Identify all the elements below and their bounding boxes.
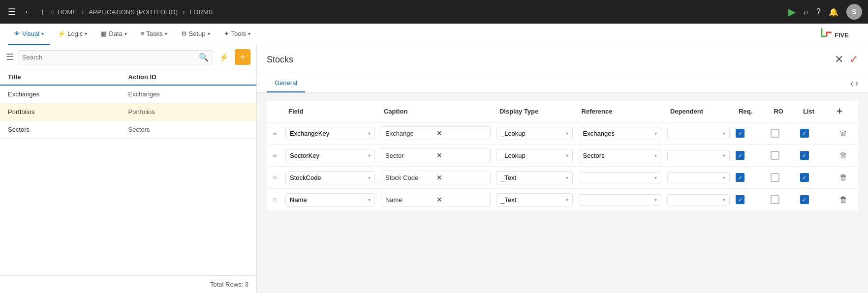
caption-cell: Name ✕	[378, 189, 494, 211]
nav-setup[interactable]: ⚙ Setup ▾	[175, 24, 216, 45]
nav-data-label: Data	[109, 30, 122, 37]
breadcrumb-home[interactable]: HOME	[58, 8, 77, 16]
drag-handle[interactable]: ≡	[267, 189, 282, 211]
list-header: Title Action ID	[0, 69, 256, 86]
field-cell: SectorKey ▾	[282, 145, 378, 167]
delete-row-1[interactable]: 🗑	[829, 122, 858, 145]
list-checkbox-4[interactable]: ✓	[800, 195, 809, 204]
breadcrumb-applications[interactable]: APPLICATIONS (PORTFOLIO)	[89, 8, 178, 16]
nav-data[interactable]: ▦ Data ▾	[95, 24, 132, 45]
avatar[interactable]: S	[846, 4, 862, 20]
dependent-select-4[interactable]: ▾	[667, 194, 730, 205]
req-checkbox-4[interactable]: ✓	[736, 195, 744, 204]
save-button[interactable]: ✓	[849, 53, 858, 66]
reference-cell: ▾	[576, 167, 664, 189]
search-input[interactable]	[22, 54, 196, 61]
drag-handle[interactable]: ≡	[267, 145, 282, 167]
list-checkbox-3[interactable]: ✓	[800, 173, 809, 182]
drag-handle[interactable]: ≡	[267, 167, 282, 189]
caption-input-sector[interactable]: Sector ✕	[381, 148, 491, 162]
next-arrow[interactable]: ›	[855, 78, 858, 88]
list-cell: ✓	[797, 122, 829, 145]
reference-value: Sectors	[583, 152, 605, 159]
add-row-button[interactable]: +	[835, 104, 844, 118]
display-type-cell: _Lookup ▾	[494, 145, 576, 167]
main-layout: ☰ 🔍 ⚡ + Title Action ID Exchanges Exchan…	[0, 45, 868, 293]
nav-visual[interactable]: 👁 Visual ▾	[8, 24, 50, 45]
list-item-selected[interactable]: Portfolios Portfolios	[0, 103, 256, 121]
ro-cell	[768, 189, 797, 211]
clear-caption-icon[interactable]: ✕	[436, 174, 486, 181]
display-type-select-1[interactable]: _Lookup ▾	[496, 127, 573, 140]
display-type-select-4[interactable]: _Text ▾	[496, 193, 573, 206]
breadcrumb-forms[interactable]: FORMS	[189, 8, 213, 16]
ro-checkbox-3[interactable]	[771, 173, 779, 182]
drag-handle[interactable]: ≡	[267, 122, 282, 145]
display-type-select-2[interactable]: _Lookup ▾	[496, 149, 573, 162]
menu-icon[interactable]: ☰	[6, 4, 18, 19]
caption-input-stockcode[interactable]: Stock Code ✕	[381, 171, 491, 184]
field-select-stockcode[interactable]: StockCode ▾	[285, 171, 375, 184]
nav-logic[interactable]: ⚡ Logic ▾	[52, 24, 93, 45]
sidebar-footer: Total Rows: 3	[0, 275, 256, 293]
ro-checkbox-4[interactable]	[771, 195, 779, 204]
list-checkbox-1[interactable]: ✓	[800, 129, 809, 138]
ro-checkbox-2[interactable]	[771, 151, 779, 160]
reference-select-2[interactable]: Sectors ▾	[579, 149, 661, 162]
delete-row-3[interactable]: 🗑	[829, 167, 858, 189]
field-select-sectorkey[interactable]: SectorKey ▾	[285, 149, 375, 162]
display-type-value: _Lookup	[501, 130, 526, 137]
tasks-arrow: ▾	[165, 31, 167, 36]
add-button[interactable]: +	[235, 49, 250, 65]
req-checkbox-2[interactable]: ✓	[736, 151, 744, 160]
reference-select-3[interactable]: ▾	[579, 172, 661, 183]
bolt-icon[interactable]: ⚡	[217, 51, 231, 64]
notification-icon[interactable]: 🔔	[829, 7, 838, 17]
reference-select-1[interactable]: Exchanges ▾	[579, 127, 661, 140]
prev-arrow[interactable]: ‹	[850, 78, 853, 88]
delete-row-2[interactable]: 🗑	[829, 145, 858, 167]
clear-caption-icon[interactable]: ✕	[436, 151, 486, 159]
list-item[interactable]: Sectors Sectors	[0, 121, 256, 139]
display-type-select-3[interactable]: _Text ▾	[496, 171, 573, 184]
search-icon: 🔍	[199, 53, 209, 62]
tab-general[interactable]: General	[267, 74, 305, 92]
col-dependent: Dependent	[664, 101, 733, 122]
display-type-value: _Text	[501, 174, 516, 181]
back-icon[interactable]: ←	[22, 5, 34, 19]
clear-caption-icon[interactable]: ✕	[436, 129, 486, 137]
up-icon[interactable]: ↑	[38, 5, 47, 19]
chevron-down-icon: ▾	[654, 153, 657, 158]
field-select-name[interactable]: Name ▾	[285, 193, 375, 206]
nav-setup-label: Setup	[189, 30, 206, 37]
field-select-exchangekey[interactable]: ExchangeKey ▾	[285, 127, 375, 140]
req-checkbox-1[interactable]: ✓	[736, 129, 744, 138]
data-arrow: ▾	[124, 31, 127, 36]
nav-tasks[interactable]: ≡ Tasks ▾	[135, 24, 173, 45]
table-row: ≡ StockCode ▾ Stock Code ✕	[267, 167, 858, 189]
col-ro: RO	[768, 101, 797, 122]
play-button[interactable]: ▶	[788, 6, 796, 18]
ro-checkbox-1[interactable]	[771, 129, 779, 138]
dependent-select-3[interactable]: ▾	[667, 172, 730, 183]
close-button[interactable]: ✕	[833, 51, 845, 68]
caption-input-exchange[interactable]: Exchange ✕	[381, 126, 491, 140]
help-icon[interactable]: ?	[816, 7, 821, 16]
search-topbar-icon[interactable]: ⌕	[804, 7, 808, 16]
clear-caption-icon[interactable]: ✕	[436, 196, 486, 204]
field-cell: StockCode ▾	[282, 167, 378, 189]
dependent-select-1[interactable]: ▾	[667, 128, 730, 139]
caption-value: Exchange	[385, 130, 434, 137]
sidebar-menu-icon[interactable]: ☰	[6, 52, 14, 62]
req-checkbox-3[interactable]: ✓	[736, 173, 744, 182]
search-box: 🔍	[18, 50, 213, 64]
field-cell: Name ▾	[282, 189, 378, 211]
list-checkbox-2[interactable]: ✓	[800, 151, 809, 160]
dependent-select-2[interactable]: ▾	[667, 150, 730, 161]
nav-tools[interactable]: ✦ Tools ▾	[218, 24, 256, 45]
caption-input-name[interactable]: Name ✕	[381, 193, 491, 206]
list-item[interactable]: Exchanges Exchanges	[0, 86, 256, 103]
reference-select-4[interactable]: ▾	[579, 194, 661, 205]
delete-row-4[interactable]: 🗑	[829, 189, 858, 211]
table-row: ≡ Name ▾ Name ✕	[267, 189, 858, 211]
